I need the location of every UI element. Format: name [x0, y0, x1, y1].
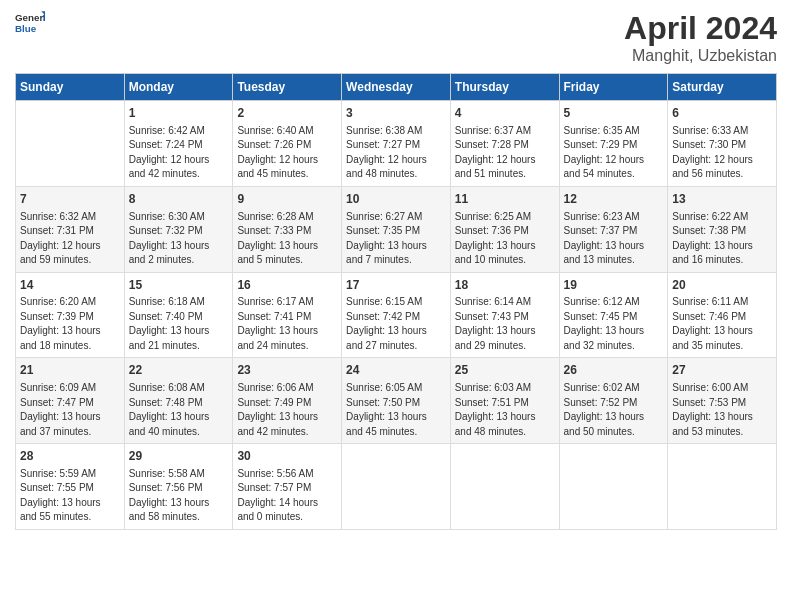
calendar-week-5: 28Sunrise: 5:59 AM Sunset: 7:55 PM Dayli… [16, 444, 777, 530]
header-saturday: Saturday [668, 74, 777, 101]
svg-text:Blue: Blue [15, 23, 37, 34]
header-monday: Monday [124, 74, 233, 101]
day-number: 29 [129, 448, 229, 465]
calendar-cell: 21Sunrise: 6:09 AM Sunset: 7:47 PM Dayli… [16, 358, 125, 444]
day-number: 28 [20, 448, 120, 465]
main-container: General Blue April 2024 Manghit, Uzbekis… [0, 0, 792, 540]
calendar-week-4: 21Sunrise: 6:09 AM Sunset: 7:47 PM Dayli… [16, 358, 777, 444]
cell-content: Sunrise: 6:40 AM Sunset: 7:26 PM Dayligh… [237, 124, 337, 182]
cell-content: Sunrise: 6:32 AM Sunset: 7:31 PM Dayligh… [20, 210, 120, 268]
calendar-cell: 16Sunrise: 6:17 AM Sunset: 7:41 PM Dayli… [233, 272, 342, 358]
calendar-week-1: 1Sunrise: 6:42 AM Sunset: 7:24 PM Daylig… [16, 101, 777, 187]
calendar-cell: 27Sunrise: 6:00 AM Sunset: 7:53 PM Dayli… [668, 358, 777, 444]
day-number: 11 [455, 191, 555, 208]
calendar-cell: 9Sunrise: 6:28 AM Sunset: 7:33 PM Daylig… [233, 186, 342, 272]
day-number: 6 [672, 105, 772, 122]
cell-content: Sunrise: 6:02 AM Sunset: 7:52 PM Dayligh… [564, 381, 664, 439]
calendar-cell: 29Sunrise: 5:58 AM Sunset: 7:56 PM Dayli… [124, 444, 233, 530]
title-area: April 2024 Manghit, Uzbekistan [624, 10, 777, 65]
day-number: 27 [672, 362, 772, 379]
cell-content: Sunrise: 5:56 AM Sunset: 7:57 PM Dayligh… [237, 467, 337, 525]
calendar-week-2: 7Sunrise: 6:32 AM Sunset: 7:31 PM Daylig… [16, 186, 777, 272]
day-number: 5 [564, 105, 664, 122]
svg-text:General: General [15, 12, 45, 23]
subtitle: Manghit, Uzbekistan [624, 47, 777, 65]
calendar-cell: 12Sunrise: 6:23 AM Sunset: 7:37 PM Dayli… [559, 186, 668, 272]
day-number: 30 [237, 448, 337, 465]
cell-content: Sunrise: 6:22 AM Sunset: 7:38 PM Dayligh… [672, 210, 772, 268]
calendar-cell: 13Sunrise: 6:22 AM Sunset: 7:38 PM Dayli… [668, 186, 777, 272]
day-number: 12 [564, 191, 664, 208]
header-tuesday: Tuesday [233, 74, 342, 101]
day-number: 9 [237, 191, 337, 208]
day-number: 26 [564, 362, 664, 379]
calendar-cell: 14Sunrise: 6:20 AM Sunset: 7:39 PM Dayli… [16, 272, 125, 358]
cell-content: Sunrise: 6:23 AM Sunset: 7:37 PM Dayligh… [564, 210, 664, 268]
calendar-cell: 4Sunrise: 6:37 AM Sunset: 7:28 PM Daylig… [450, 101, 559, 187]
cell-content: Sunrise: 6:20 AM Sunset: 7:39 PM Dayligh… [20, 295, 120, 353]
day-number: 13 [672, 191, 772, 208]
calendar-cell: 6Sunrise: 6:33 AM Sunset: 7:30 PM Daylig… [668, 101, 777, 187]
day-number: 15 [129, 277, 229, 294]
cell-content: Sunrise: 6:00 AM Sunset: 7:53 PM Dayligh… [672, 381, 772, 439]
day-number: 21 [20, 362, 120, 379]
calendar-cell: 30Sunrise: 5:56 AM Sunset: 7:57 PM Dayli… [233, 444, 342, 530]
cell-content: Sunrise: 6:14 AM Sunset: 7:43 PM Dayligh… [455, 295, 555, 353]
main-title: April 2024 [624, 10, 777, 47]
calendar-cell: 7Sunrise: 6:32 AM Sunset: 7:31 PM Daylig… [16, 186, 125, 272]
logo: General Blue [15, 10, 45, 35]
cell-content: Sunrise: 5:58 AM Sunset: 7:56 PM Dayligh… [129, 467, 229, 525]
day-number: 23 [237, 362, 337, 379]
day-number: 16 [237, 277, 337, 294]
day-number: 4 [455, 105, 555, 122]
calendar-cell: 19Sunrise: 6:12 AM Sunset: 7:45 PM Dayli… [559, 272, 668, 358]
day-number: 7 [20, 191, 120, 208]
cell-content: Sunrise: 5:59 AM Sunset: 7:55 PM Dayligh… [20, 467, 120, 525]
day-number: 2 [237, 105, 337, 122]
calendar-cell: 24Sunrise: 6:05 AM Sunset: 7:50 PM Dayli… [342, 358, 451, 444]
cell-content: Sunrise: 6:30 AM Sunset: 7:32 PM Dayligh… [129, 210, 229, 268]
cell-content: Sunrise: 6:09 AM Sunset: 7:47 PM Dayligh… [20, 381, 120, 439]
cell-content: Sunrise: 6:08 AM Sunset: 7:48 PM Dayligh… [129, 381, 229, 439]
day-number: 1 [129, 105, 229, 122]
day-number: 18 [455, 277, 555, 294]
calendar-cell: 11Sunrise: 6:25 AM Sunset: 7:36 PM Dayli… [450, 186, 559, 272]
calendar-cell [342, 444, 451, 530]
calendar-cell [559, 444, 668, 530]
calendar-cell: 8Sunrise: 6:30 AM Sunset: 7:32 PM Daylig… [124, 186, 233, 272]
cell-content: Sunrise: 6:25 AM Sunset: 7:36 PM Dayligh… [455, 210, 555, 268]
cell-content: Sunrise: 6:33 AM Sunset: 7:30 PM Dayligh… [672, 124, 772, 182]
calendar-week-3: 14Sunrise: 6:20 AM Sunset: 7:39 PM Dayli… [16, 272, 777, 358]
calendar-cell: 2Sunrise: 6:40 AM Sunset: 7:26 PM Daylig… [233, 101, 342, 187]
calendar-cell [450, 444, 559, 530]
day-number: 25 [455, 362, 555, 379]
calendar-cell: 25Sunrise: 6:03 AM Sunset: 7:51 PM Dayli… [450, 358, 559, 444]
day-number: 14 [20, 277, 120, 294]
calendar-cell: 28Sunrise: 5:59 AM Sunset: 7:55 PM Dayli… [16, 444, 125, 530]
cell-content: Sunrise: 6:12 AM Sunset: 7:45 PM Dayligh… [564, 295, 664, 353]
calendar-cell: 10Sunrise: 6:27 AM Sunset: 7:35 PM Dayli… [342, 186, 451, 272]
calendar-cell: 5Sunrise: 6:35 AM Sunset: 7:29 PM Daylig… [559, 101, 668, 187]
calendar-cell: 22Sunrise: 6:08 AM Sunset: 7:48 PM Dayli… [124, 358, 233, 444]
calendar-cell: 17Sunrise: 6:15 AM Sunset: 7:42 PM Dayli… [342, 272, 451, 358]
header-friday: Friday [559, 74, 668, 101]
day-number: 8 [129, 191, 229, 208]
cell-content: Sunrise: 6:28 AM Sunset: 7:33 PM Dayligh… [237, 210, 337, 268]
day-number: 17 [346, 277, 446, 294]
calendar-cell: 15Sunrise: 6:18 AM Sunset: 7:40 PM Dayli… [124, 272, 233, 358]
day-number: 3 [346, 105, 446, 122]
day-number: 10 [346, 191, 446, 208]
calendar-cell: 1Sunrise: 6:42 AM Sunset: 7:24 PM Daylig… [124, 101, 233, 187]
cell-content: Sunrise: 6:27 AM Sunset: 7:35 PM Dayligh… [346, 210, 446, 268]
header-thursday: Thursday [450, 74, 559, 101]
calendar-cell: 26Sunrise: 6:02 AM Sunset: 7:52 PM Dayli… [559, 358, 668, 444]
day-number: 20 [672, 277, 772, 294]
calendar-cell [668, 444, 777, 530]
cell-content: Sunrise: 6:03 AM Sunset: 7:51 PM Dayligh… [455, 381, 555, 439]
logo-icon: General Blue [15, 10, 45, 35]
calendar-table: SundayMondayTuesdayWednesdayThursdayFrid… [15, 73, 777, 530]
cell-content: Sunrise: 6:15 AM Sunset: 7:42 PM Dayligh… [346, 295, 446, 353]
calendar-cell: 18Sunrise: 6:14 AM Sunset: 7:43 PM Dayli… [450, 272, 559, 358]
day-number: 24 [346, 362, 446, 379]
calendar-cell: 3Sunrise: 6:38 AM Sunset: 7:27 PM Daylig… [342, 101, 451, 187]
